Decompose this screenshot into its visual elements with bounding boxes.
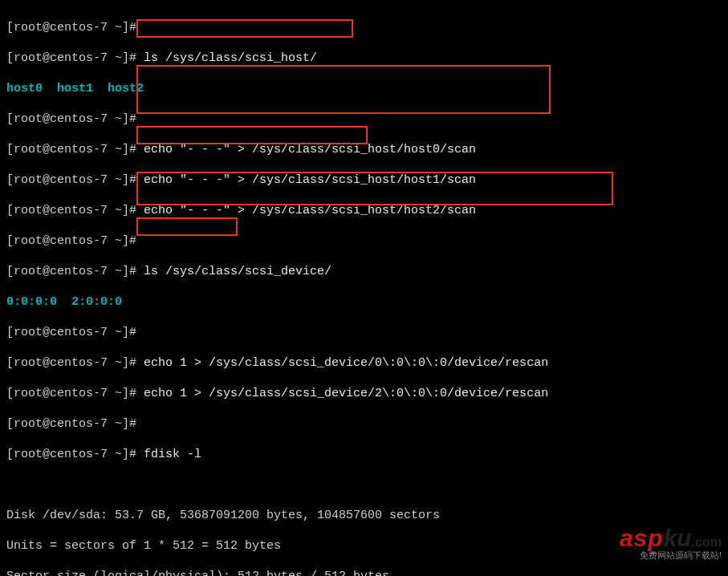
hash: # <box>129 448 136 461</box>
prompt: [root@centos-7 ~] <box>6 51 129 65</box>
prompt: [root@centos-7 ~] <box>6 265 129 278</box>
hash: # <box>129 234 136 248</box>
output-hosts: host0 host1 host2 <box>6 82 144 95</box>
logo-asp: asp <box>620 525 664 551</box>
prompt: [root@centos-7 ~] <box>6 448 129 461</box>
cmd-echo-dev2: echo 1 > /sys/class/scsi_device/2\:0\:0\… <box>136 387 548 400</box>
logo-tagline: 免费网站源码下载站! <box>620 550 722 562</box>
prompt: [root@centos-7 ~] <box>6 112 129 126</box>
output-devices: 0:0:0:0 2:0:0:0 <box>6 295 122 309</box>
hash: # <box>129 143 136 156</box>
hash: # <box>129 417 136 431</box>
prompt: [root@centos-7 ~] <box>6 417 129 431</box>
hash: # <box>129 21 136 34</box>
hash: # <box>129 112 136 126</box>
prompt: [root@centos-7 ~] <box>6 143 129 156</box>
output-sector-size: Sector size (logical/physical): 512 byte… <box>6 569 722 576</box>
hash: # <box>129 326 136 339</box>
prompt: [root@centos-7 ~] <box>6 326 129 339</box>
hash: # <box>129 356 136 370</box>
hash: # <box>129 204 136 217</box>
cmd-ls-scsi-host: ls /sys/class/scsi_host/ <box>136 51 317 65</box>
prompt: [root@centos-7 ~] <box>6 356 129 370</box>
logo-ku: ku <box>664 525 692 551</box>
hash: # <box>129 265 136 278</box>
output-units: Units = sectors of 1 * 512 = 512 bytes <box>6 538 722 554</box>
prompt: [root@centos-7 ~] <box>6 234 129 248</box>
hash: # <box>129 51 136 65</box>
watermark-logo: aspku.com 免费网站源码下载站! <box>620 525 722 562</box>
logo-com: .com <box>692 535 722 549</box>
cmd-echo-host0: echo "- - -" > /sys/class/scsi_host/host… <box>136 143 476 156</box>
cmd-echo-host2: echo "- - -" > /sys/class/scsi_host/host… <box>136 204 476 217</box>
prompt: [root@centos-7 ~] <box>6 21 129 34</box>
prompt: [root@centos-7 ~] <box>6 204 129 217</box>
cmd-fdisk: fdisk -l <box>136 448 201 461</box>
output-disk-sda: Disk /dev/sda: 53.7 GB, 53687091200 byte… <box>6 508 722 523</box>
output-line <box>6 477 722 493</box>
cmd-ls-scsi-device: ls /sys/class/scsi_device/ <box>136 265 331 278</box>
terminal[interactable]: [root@centos-7 ~]# [root@centos-7 ~]# ls… <box>0 0 728 576</box>
cmd-echo-dev0: echo 1 > /sys/class/scsi_device/0\:0\:0\… <box>136 356 548 370</box>
hash: # <box>129 387 136 400</box>
prompt: [root@centos-7 ~] <box>6 173 129 187</box>
cmd-echo-host1: echo "- - -" > /sys/class/scsi_host/host… <box>136 173 476 187</box>
hash: # <box>129 173 136 187</box>
prompt: [root@centos-7 ~] <box>6 387 129 400</box>
